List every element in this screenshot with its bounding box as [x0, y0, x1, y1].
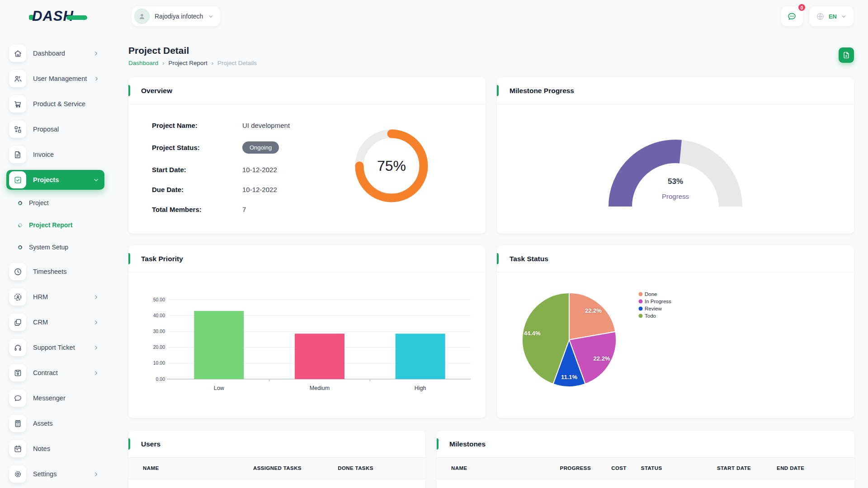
cart-icon-box [9, 95, 26, 113]
sidebar-subitem-project-report[interactable]: Project Report [18, 216, 104, 234]
sidebar-subitem-label: Project Report [29, 221, 72, 229]
sidebar-item-label: HRM [33, 293, 48, 300]
sidebar-item-notes[interactable]: Notes [6, 439, 104, 459]
chat-icon [14, 394, 22, 403]
users-table: NAMEASSIGNED TASKSDONE TASKS [128, 458, 425, 479]
overview-field-value: UI development [242, 122, 290, 129]
milestones-card: Milestones NAMEPROGRESSCOSTSTATUSSTART D… [437, 431, 854, 488]
overview-field-label: Project Status: [152, 144, 242, 151]
card-title-milestone-progress: Milestone Progress [509, 87, 574, 95]
overview-field-row: Total Members:7 [152, 206, 346, 213]
language-selector[interactable]: EN [809, 6, 854, 26]
sidebar-item-product-service[interactable]: Product & Service [6, 94, 104, 114]
chevron-right-icon [93, 370, 99, 376]
svg-text:0.00: 0.00 [156, 376, 165, 382]
sidebar-item-label: Projects [33, 176, 59, 183]
column-header-status: STATUS [641, 458, 717, 479]
sidebar-item-label: CRM [33, 319, 48, 326]
chat-icon-box [9, 389, 26, 407]
sidebar-item-label: Settings [33, 470, 57, 478]
sidebar-item-label: User Management [33, 75, 87, 82]
overlap-squares-icon [14, 318, 22, 327]
app-logo[interactable]: DASH [0, 0, 111, 33]
svg-text:Done: Done [645, 291, 657, 297]
sidebar-item-settings[interactable]: Settings [6, 464, 104, 484]
sidebar-item-contract[interactable]: Contract [6, 363, 104, 383]
swap-boxes-icon-box [9, 121, 26, 138]
sidebar-item-support-ticket[interactable]: Support Ticket [6, 338, 104, 357]
users-card: Users NAMEASSIGNED TASKSDONE TASKS [128, 431, 425, 488]
task-status-pie-chart: 22.2%22.2%11.1%44.4%DoneIn ProgressRevie… [497, 272, 854, 418]
sidebar-item-invoice[interactable]: Invoice [6, 145, 104, 164]
sidebar-item-crm[interactable]: CRM [6, 312, 104, 332]
card-title-task-priority: Task Priority [141, 255, 183, 263]
sidebar-item-user-management[interactable]: User Management [6, 69, 104, 89]
chevron-right-icon [93, 319, 99, 325]
sidebar-subitem-project[interactable]: Project [18, 194, 104, 212]
svg-text:Low: Low [214, 385, 225, 391]
home-icon-box [9, 45, 26, 62]
overlap-squares-icon-box [9, 314, 26, 331]
home-icon [14, 49, 22, 58]
svg-text:30.00: 30.00 [153, 328, 165, 334]
users-icon-box [9, 70, 26, 87]
calculator-icon-box [9, 415, 26, 432]
column-header-end-date: END DATE [777, 458, 854, 479]
company-avatar [134, 9, 150, 24]
sidebar-item-label: Dashboard [33, 50, 65, 57]
company-selector[interactable]: Rajodiya infotech [132, 6, 220, 26]
svg-text:44.4%: 44.4% [524, 330, 541, 337]
overview-field-row: Project Status:Ongoing [152, 141, 346, 154]
sidebar-item-dashboard[interactable]: Dashboard [6, 43, 104, 63]
sidebar-item-assets[interactable]: Assets [6, 413, 104, 433]
card-title-users: Users [141, 440, 160, 448]
table-header-row: NAMEPROGRESSCOSTSTATUSSTART DATEEND DATE [437, 458, 854, 479]
project-completion-donut: 75% [351, 125, 432, 206]
overview-field-label: Due Date: [152, 186, 242, 193]
svg-text:10.00: 10.00 [153, 360, 165, 366]
breadcrumb-item-project-report[interactable]: Project Report [168, 60, 207, 66]
company-name: Rajodiya infotech [155, 13, 203, 20]
svg-text:11.1%: 11.1% [561, 374, 578, 380]
sidebar-item-proposal[interactable]: Proposal [6, 119, 104, 139]
overview-field-row: Due Date:10-12-2022 [152, 186, 346, 193]
language-label: EN [829, 13, 837, 20]
chevron-right-icon [93, 471, 99, 477]
calendar-icon-box [9, 440, 26, 457]
chevron-right-icon [94, 76, 99, 82]
svg-text:22.2%: 22.2% [594, 355, 610, 362]
chevron-right-icon [93, 51, 99, 56]
task-status-card: Task Status 22.2%22.2%11.1%44.4%DoneIn P… [497, 245, 854, 418]
page-title: Project Detail [128, 45, 257, 56]
sidebar-item-label: Messenger [33, 394, 66, 402]
card-title-task-status: Task Status [509, 255, 548, 263]
column-header-progress: PROGRESS [560, 458, 612, 479]
svg-text:Todo: Todo [645, 313, 656, 319]
sidebar-item-label: Contract [33, 369, 58, 376]
sidebar-item-projects[interactable]: Projects [6, 170, 104, 190]
breadcrumb: Dashboard›Project Report›Project Details [128, 60, 257, 66]
file-export-icon [842, 51, 850, 59]
sidebar-item-hrm[interactable]: HRM [6, 287, 104, 307]
clock-icon [14, 267, 22, 276]
export-report-button[interactable] [839, 47, 854, 63]
sidebar-subitem-system-setup[interactable]: System Setup [18, 238, 104, 256]
overview-field-label: Total Members: [152, 206, 242, 213]
overview-field-value: 7 [242, 206, 246, 213]
svg-text:In Progress: In Progress [645, 299, 671, 304]
sidebar-item-timesheets[interactable]: Timesheets [6, 262, 104, 282]
svg-text:Review: Review [645, 306, 662, 311]
breadcrumb-separator: › [162, 60, 164, 66]
globe-icon [816, 12, 825, 21]
sidebar-item-messenger[interactable]: Messenger [6, 388, 104, 408]
messages-button[interactable]: 0 [781, 6, 803, 26]
column-header-done-tasks: DONE TASKS [338, 458, 425, 479]
chevron-down-icon [208, 14, 214, 19]
chevron-right-icon [93, 294, 99, 300]
clock-icon-box [9, 263, 26, 280]
svg-text:40.00: 40.00 [153, 313, 165, 318]
breadcrumb-item-dashboard[interactable]: Dashboard [128, 60, 158, 66]
messages-badge: 0 [797, 3, 806, 12]
calculator-icon [14, 419, 22, 428]
milestones-table: NAMEPROGRESSCOSTSTATUSSTART DATEEND DATE [437, 458, 854, 479]
